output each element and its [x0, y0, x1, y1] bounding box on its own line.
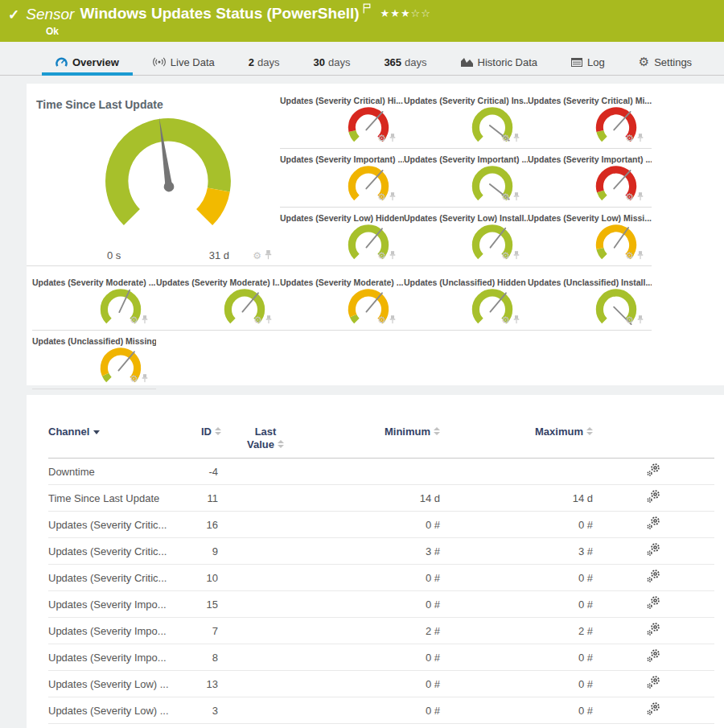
- channel-name: Downtime: [48, 459, 193, 485]
- channel-minimum: 0 #: [302, 512, 440, 538]
- pin-icon[interactable]: [637, 131, 644, 146]
- column-header-channel[interactable]: Channel: [48, 426, 193, 459]
- edit-channel-icon[interactable]: [647, 676, 660, 692]
- gauge-grid-right: Updates (Severity Critical) Hi...⚙Update…: [280, 90, 652, 266]
- gear-icon[interactable]: ⚙: [253, 252, 261, 260]
- channel-id: 8: [193, 644, 229, 671]
- gear-icon[interactable]: ⚙: [625, 252, 634, 260]
- priority-stars[interactable]: ★★★☆☆: [381, 7, 431, 19]
- column-header-minimum[interactable]: Minimum: [302, 426, 440, 459]
- edit-channel-icon[interactable]: [647, 490, 660, 506]
- edit-channel-icon[interactable]: [647, 570, 660, 586]
- column-header-maximum[interactable]: Maximum: [440, 426, 593, 459]
- table-row[interactable]: Time Since Last Update1114 d14 d: [48, 485, 714, 512]
- gear-icon[interactable]: ⚙: [625, 193, 634, 201]
- tab-settings[interactable]: ⚙Settings: [622, 49, 709, 75]
- column-header-id[interactable]: ID: [193, 426, 229, 459]
- gauge-title: Updates (Severity Low) Missi...: [528, 213, 652, 223]
- channel-maximum: 0 #: [440, 644, 593, 671]
- channel-name: Updates (Severity Low) ...: [48, 671, 193, 697]
- channel-maximum: 3 #: [440, 538, 593, 565]
- gauge-title: Updates (Severity Important) ...: [280, 154, 404, 164]
- pin-icon[interactable]: [637, 249, 644, 263]
- table-row[interactable]: Downtime-4: [48, 459, 714, 485]
- table-row[interactable]: Updates (Severity Low) ...30 #0 #: [48, 697, 714, 724]
- gear-icon[interactable]: ⚙: [501, 193, 510, 201]
- channel-maximum: 0 #: [440, 671, 593, 697]
- channel-minimum: 0 #: [302, 697, 440, 724]
- tab-days[interactable]: 30days: [296, 49, 367, 75]
- edit-channel-icon[interactable]: [647, 623, 660, 639]
- gear-icon[interactable]: ⚙: [501, 134, 510, 142]
- pin-icon[interactable]: [389, 190, 396, 204]
- channel-last-value: [229, 459, 302, 485]
- edit-channel-icon[interactable]: [647, 702, 660, 718]
- edit-channel-icon[interactable]: [647, 596, 660, 612]
- edit-channel-icon[interactable]: [647, 543, 660, 559]
- gear-icon[interactable]: ⚙: [625, 134, 634, 142]
- gear-icon[interactable]: ⚙: [377, 316, 386, 324]
- table-row[interactable]: Updates (Severity Impo...150 #0 #: [48, 591, 714, 618]
- pin-icon[interactable]: [513, 249, 520, 263]
- gauge-tile: Updates (Unclassified) Missing⚙: [32, 331, 156, 389]
- channel-minimum: 2 #: [302, 618, 440, 644]
- chart-icon: [461, 57, 473, 67]
- gear-icon[interactable]: ⚙: [501, 252, 510, 260]
- log-icon: [571, 58, 582, 67]
- channel-minimum: 0 #: [302, 644, 440, 671]
- channel-minimum: 0 #: [302, 671, 440, 697]
- pin-icon[interactable]: [513, 313, 520, 327]
- pin-icon[interactable]: [513, 131, 520, 146]
- gear-icon[interactable]: ⚙: [253, 316, 262, 324]
- gear-icon[interactable]: ⚙: [377, 252, 386, 260]
- gauge-title: Updates (Severity Critical) Ins...: [404, 96, 528, 105]
- tab-historic-data[interactable]: Historic Data: [444, 49, 554, 75]
- table-row[interactable]: Updates (Severity Critic...93 #3 #: [48, 538, 714, 565]
- ok-check-icon: ✓: [8, 6, 19, 23]
- pin-icon[interactable]: [513, 190, 520, 204]
- channel-last-value: [229, 697, 302, 724]
- gear-icon[interactable]: ⚙: [377, 134, 386, 142]
- channel-last-value: [229, 538, 302, 565]
- gauge-title: Updates (Severity Low) Install...: [404, 213, 528, 223]
- pin-icon[interactable]: [142, 313, 148, 327]
- column-header-last-value[interactable]: Last Value: [229, 426, 302, 459]
- channel-maximum: 14 d: [440, 485, 593, 512]
- pin-icon[interactable]: [389, 313, 396, 327]
- table-row[interactable]: Updates (Severity Critic...100 #0 #: [48, 565, 714, 591]
- gauge-title: Updates (Unclassified) Install...: [528, 278, 652, 287]
- pin-icon[interactable]: [389, 249, 396, 263]
- pin-icon[interactable]: [142, 372, 148, 386]
- pin-icon[interactable]: [265, 313, 272, 327]
- table-row[interactable]: Updates (Severity Impo...72 #2 #: [48, 618, 714, 644]
- tab-days[interactable]: 365days: [367, 49, 443, 75]
- tab-days[interactable]: 2days: [232, 49, 297, 75]
- edit-channel-icon[interactable]: [647, 463, 660, 479]
- table-row[interactable]: Updates (Severity Low) ...130 #0 #: [48, 671, 714, 697]
- table-row[interactable]: Updates (Severity Critic...160 #0 #: [48, 512, 714, 538]
- gear-icon[interactable]: ⚙: [625, 316, 634, 324]
- gear-icon[interactable]: ⚙: [130, 316, 138, 324]
- gauges-panel: Time Since Last Update 0 s 31 d ⚙ Update…: [27, 84, 724, 385]
- gauge-tile: Updates (Severity Critical) Ins...⚙: [404, 90, 528, 149]
- tab-log[interactable]: Log: [554, 49, 622, 75]
- pin-icon[interactable]: [265, 249, 272, 263]
- gauge-tile: Updates (Unclassified) Hidden⚙: [404, 272, 528, 331]
- gear-icon[interactable]: ⚙: [377, 193, 386, 201]
- edit-channel-icon[interactable]: [647, 649, 660, 665]
- pin-icon[interactable]: [389, 131, 396, 146]
- table-row[interactable]: Updates (Severity Impo...80 #0 #: [48, 644, 714, 671]
- main-gauge-title: Time Since Last Update: [36, 98, 280, 111]
- flag-icon[interactable]: [363, 2, 371, 17]
- channel-maximum: 0 #: [440, 697, 593, 724]
- gear-icon[interactable]: ⚙: [501, 316, 510, 324]
- sensor-status-header: ✓ Sensor Windows Updates Status (PowerSh…: [0, 0, 724, 42]
- pin-icon[interactable]: [637, 313, 644, 327]
- pin-icon[interactable]: [637, 190, 644, 204]
- channel-table: Channel ID Last Value Minimum Maximum Do…: [48, 426, 714, 724]
- channel-name: Time Since Last Update: [48, 485, 193, 512]
- tab-overview[interactable]: Overview: [39, 49, 136, 75]
- gear-icon[interactable]: ⚙: [130, 375, 138, 383]
- tab-live-data[interactable]: Live Data: [136, 49, 232, 75]
- edit-channel-icon[interactable]: [647, 516, 660, 533]
